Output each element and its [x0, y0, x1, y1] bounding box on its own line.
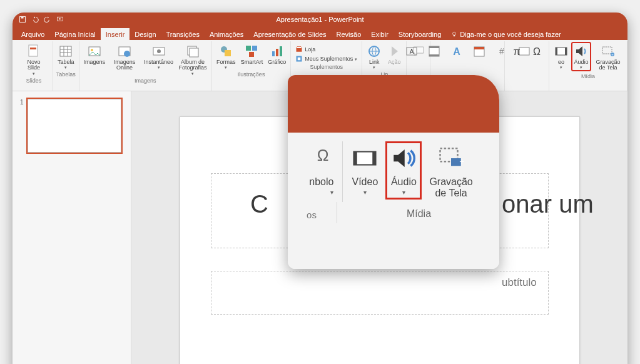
slide-thumbnail-1[interactable]: 1 — [20, 99, 123, 153]
group-imagens-label: Imagens — [82, 77, 210, 85]
svg-text:+: + — [611, 53, 614, 56]
svg-point-51 — [358, 158, 360, 159]
callout-simbolo-label: nbolo — [309, 176, 333, 188]
slide-thumbnails-pane[interactable]: 1 — [13, 91, 131, 364]
svg-rect-49 — [373, 152, 376, 165]
chevron-down-icon: ▾ — [355, 57, 357, 61]
tab-arquivo[interactable]: Arquivo — [16, 28, 49, 40]
chart-icon — [270, 44, 285, 59]
meus-suplementos-button[interactable]: Meus Suplementos ▾ — [293, 54, 359, 63]
data-hora-button[interactable] — [470, 43, 489, 60]
start-slideshow-icon[interactable] — [56, 16, 64, 23]
svg-rect-23 — [280, 46, 282, 56]
title-bar: Apresentação1 - PowerPoint — [13, 13, 627, 26]
loja-button[interactable]: Loja — [293, 45, 317, 54]
chevron-down-icon: ▾ — [225, 65, 227, 69]
simbolo-button[interactable]: Ω — [527, 43, 546, 60]
svg-rect-48 — [354, 152, 357, 165]
tab-storyboarding[interactable]: Storyboarding — [394, 28, 447, 40]
symbol-icon: Ω — [529, 44, 544, 59]
tab-inserir[interactable]: Inserir — [101, 28, 130, 40]
undo-icon[interactable] — [31, 16, 39, 23]
save-icon[interactable] — [19, 16, 26, 23]
shapes-icon — [218, 44, 233, 59]
group-slides-label: Slides — [18, 77, 50, 85]
svg-point-11 — [124, 51, 130, 57]
imagens-online-button[interactable]: Imagens Online — [108, 43, 141, 73]
date-time-icon — [472, 44, 487, 59]
smartart-button[interactable]: SmartArt — [239, 43, 265, 66]
online-pictures-icon — [117, 44, 132, 59]
redo-icon[interactable] — [44, 16, 51, 23]
gravacao-tela-button[interactable]: + Gravação de Tela — [592, 43, 624, 73]
instantaneo-button[interactable]: Instantâneo ▾ — [142, 43, 175, 71]
chevron-down-icon: ▾ — [373, 65, 375, 69]
svg-rect-18 — [246, 46, 251, 51]
svg-rect-15 — [190, 48, 198, 57]
svg-rect-19 — [252, 46, 257, 51]
smartart-icon — [244, 44, 259, 59]
svg-rect-4 — [454, 35, 455, 36]
title-text-right-fragment: onar um — [502, 190, 594, 218]
tab-animacoes[interactable]: Animações — [205, 28, 248, 40]
instantaneo-label: Instantâneo — [144, 59, 173, 65]
pictures-icon — [87, 44, 102, 59]
tabela-label: Tabela — [58, 59, 74, 65]
formas-button[interactable]: Formas ▾ — [215, 43, 238, 71]
tab-pagina-inicial[interactable]: Página Inicial — [49, 28, 100, 40]
subtitle-placeholder[interactable] — [211, 271, 549, 315]
video-button[interactable]: eo ▾ — [552, 43, 571, 71]
tab-design[interactable]: Design — [130, 28, 161, 40]
callout-video-button[interactable]: Vídeo ▾ — [347, 141, 383, 200]
cabecalho-rodape-button[interactable] — [425, 43, 444, 60]
action-icon — [387, 44, 402, 59]
callout-video-label: Vídeo — [352, 176, 378, 188]
group-midia: eo ▾ Áudio ▾ + Gravação de Tela Mídia — [549, 41, 627, 91]
equacao-button[interactable]: π — [507, 43, 526, 60]
formas-label: Formas — [216, 59, 236, 65]
quick-access-toolbar — [13, 16, 64, 23]
acao-button[interactable]: Ação — [385, 43, 404, 66]
callout-ribbon-bg — [288, 75, 499, 133]
group-separator — [337, 202, 337, 223]
table-icon — [58, 44, 73, 59]
tab-revisao[interactable]: Revisão — [332, 28, 367, 40]
svg-rect-5 — [29, 45, 38, 56]
chevron-down-icon: ▾ — [402, 189, 405, 196]
header-footer-icon — [427, 44, 442, 59]
equation-icon: π — [509, 44, 524, 59]
meus-supl-label: Meus Suplementos — [305, 56, 353, 62]
callout-audio-button[interactable]: Áudio ▾ — [385, 141, 422, 200]
group-supl-label: Suplementos — [293, 63, 359, 71]
novo-slide-label: Novo Slide — [19, 59, 48, 71]
caixa-texto-button[interactable]: A — [402, 43, 421, 60]
tell-me-search[interactable]: Diga-me o que você deseja fazer — [451, 31, 561, 40]
thumb-number: 1 — [20, 99, 24, 153]
album-fotografias-button[interactable]: Álbum de Fotografias ▾ — [176, 43, 209, 77]
callout-gravacao-label: Gravação de Tela — [429, 176, 472, 198]
callout-gravacao-button[interactable]: + Gravação de Tela — [424, 141, 477, 202]
tab-exibir[interactable]: Exibir — [366, 28, 394, 40]
store-icon — [295, 46, 303, 53]
group-midia-label: Mídia — [552, 73, 624, 81]
tab-transicoes[interactable]: Transições — [161, 28, 205, 40]
callout-simbolo-partial: Ω nbolo ▾ — [309, 141, 338, 200]
video-icon — [554, 44, 569, 59]
svg-text:Ω: Ω — [317, 146, 329, 164]
tab-apresentacao-slides[interactable]: Apresentação de Slides — [248, 28, 331, 40]
audio-button[interactable]: Áudio ▾ — [572, 43, 591, 71]
link-button[interactable]: Link ▾ — [365, 43, 383, 71]
callout-body: Ω nbolo ▾ Vídeo ▾ Áudio ▾ + Gravação de … — [288, 133, 499, 269]
app-frame: Apresentação1 - PowerPoint Arquivo Págin… — [13, 13, 627, 364]
tabela-button[interactable]: Tabela ▾ — [56, 43, 76, 71]
callout-midia-group-label: Mídia — [338, 202, 499, 223]
svg-rect-31 — [429, 46, 439, 48]
novo-slide-button[interactable]: Novo Slide ▾ — [18, 43, 50, 77]
window-title: Apresentação1 - PowerPoint — [13, 16, 627, 23]
audio-icon — [574, 44, 589, 59]
thumb-preview[interactable] — [28, 99, 121, 153]
wordart-button[interactable]: A — [447, 43, 466, 60]
imagens-button[interactable]: Imagens — [82, 43, 108, 66]
grafico-button[interactable]: Gráfico — [266, 43, 288, 66]
chevron-down-icon: ▾ — [158, 65, 160, 69]
